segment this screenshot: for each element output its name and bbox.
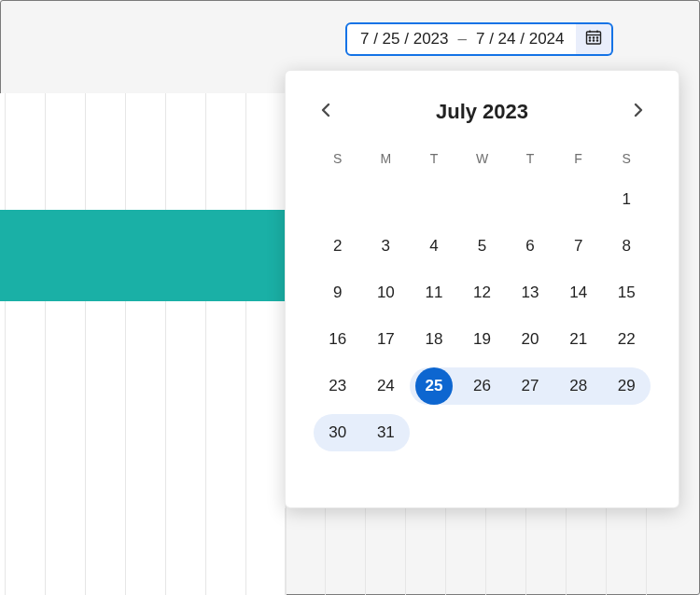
calendar-day[interactable]: 31 (362, 414, 411, 451)
calendar-day[interactable]: 6 (506, 228, 554, 265)
svg-point-8 (593, 40, 594, 41)
calendar-day-empty (410, 181, 458, 218)
calendar-day[interactable]: 15 (602, 274, 651, 311)
calendar-day[interactable]: 25 (410, 367, 458, 405)
chevron-right-icon (629, 102, 646, 122)
chart-bar-segment (0, 210, 285, 301)
calendar-day[interactable]: 2 (314, 228, 362, 265)
calendar-day[interactable]: 20 (506, 321, 554, 358)
weekday-label: M (362, 145, 411, 172)
svg-point-4 (589, 37, 590, 38)
weekday-label: W (458, 145, 507, 172)
weekday-label: S (602, 145, 651, 172)
calendar-day[interactable]: 30 (314, 414, 362, 451)
weekday-label: T (506, 145, 554, 172)
calendar-day[interactable]: 10 (362, 274, 411, 311)
next-month-button[interactable] (624, 99, 651, 125)
open-calendar-button[interactable] (576, 22, 613, 56)
calendar-day[interactable]: 3 (362, 228, 411, 265)
calendar-day-empty (554, 181, 603, 218)
calendar-day[interactable]: 1 (602, 181, 651, 218)
calendar-day-empty (554, 414, 603, 451)
chevron-left-icon (318, 102, 335, 122)
calendar-day[interactable]: 9 (314, 274, 362, 311)
calendar-day[interactable]: 29 (602, 367, 651, 405)
calendar-day-empty (410, 414, 458, 451)
calendar-day-empty (362, 181, 411, 218)
calendar-day[interactable]: 8 (602, 228, 651, 265)
selected-start-day: 25 (415, 367, 453, 405)
weekday-header: SMTWTFS (314, 145, 651, 172)
calendar-day[interactable]: 16 (314, 321, 362, 358)
calendar-day[interactable]: 23 (314, 367, 362, 405)
calendar-day[interactable]: 7 (554, 228, 603, 265)
calendar-day[interactable]: 22 (602, 321, 651, 358)
svg-point-5 (593, 37, 594, 38)
calendar-day[interactable]: 11 (410, 274, 458, 311)
calendar-day[interactable]: 13 (506, 274, 554, 311)
calendar-icon (584, 28, 603, 50)
calendar-title: July 2023 (436, 100, 528, 124)
weekday-label: S (314, 145, 362, 172)
calendar-day-empty (458, 181, 507, 218)
svg-point-6 (596, 37, 597, 38)
svg-point-7 (589, 40, 590, 41)
calendar-day[interactable]: 18 (410, 321, 458, 358)
calendar-popover: July 2023 SMTWTFS 1234567891011121314151… (285, 70, 679, 508)
calendar-day[interactable]: 21 (554, 321, 603, 358)
date-range-field[interactable]: 7 / 25 / 2023 – 7 / 24 / 2024 (345, 22, 580, 56)
calendar-day[interactable]: 26 (458, 367, 507, 405)
chart-grid-pane (0, 93, 285, 595)
svg-point-9 (596, 40, 597, 41)
weekday-label: F (554, 145, 603, 172)
end-date-value: 7 / 24 / 2024 (476, 30, 565, 48)
calendar-day[interactable]: 4 (410, 228, 458, 265)
calendar-day[interactable]: 12 (458, 274, 507, 311)
calendar-day-empty (506, 181, 554, 218)
weekday-label: T (410, 145, 458, 172)
calendar-day[interactable]: 24 (362, 367, 411, 405)
calendar-day[interactable]: 27 (506, 367, 554, 405)
start-date-value: 7 / 25 / 2023 (360, 30, 449, 48)
calendar-day[interactable]: 28 (554, 367, 603, 405)
calendar-day-empty (458, 414, 507, 451)
calendar-day[interactable]: 19 (458, 321, 507, 358)
calendar-day-empty (314, 181, 362, 218)
calendar-day-empty (506, 414, 554, 451)
calendar-day[interactable]: 5 (458, 228, 507, 265)
calendar-day[interactable]: 17 (362, 321, 411, 358)
prev-month-button[interactable] (314, 99, 340, 125)
calendar-day[interactable]: 14 (554, 274, 603, 311)
calendar-day-empty (602, 414, 651, 451)
date-range-separator: – (458, 30, 467, 48)
